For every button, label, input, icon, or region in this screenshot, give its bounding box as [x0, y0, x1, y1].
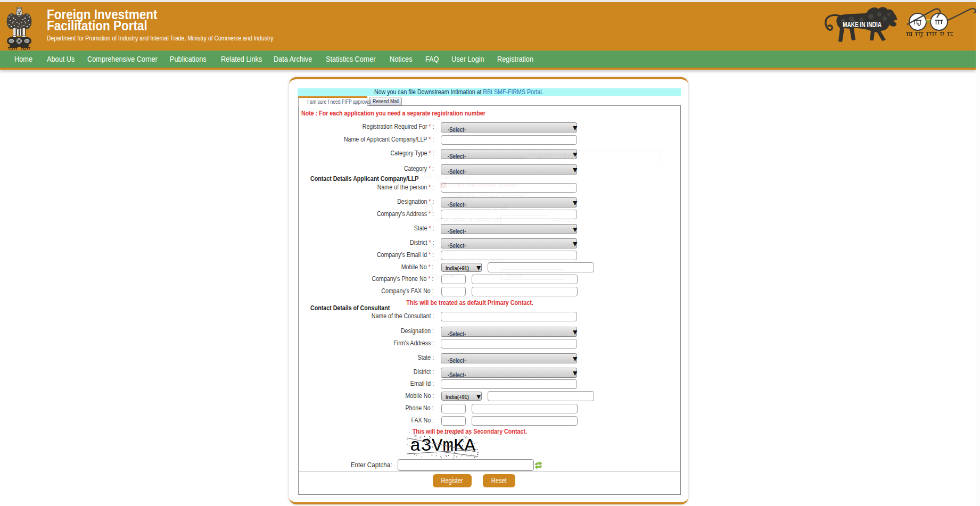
svg-text:MAKE IN INDIA: MAKE IN INDIA — [843, 20, 882, 29]
